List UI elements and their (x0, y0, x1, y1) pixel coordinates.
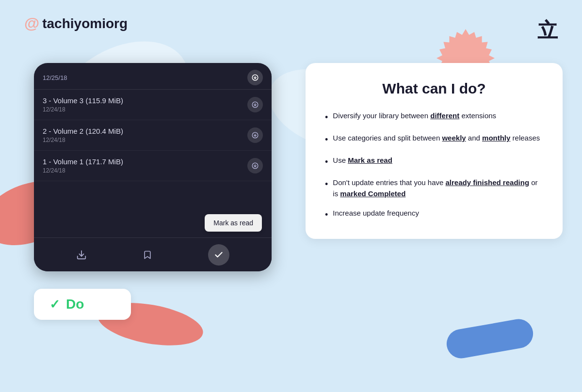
chapter-list: 3 - Volume 3 (115.9 MiB) 12/24/18 2 - Vo… (34, 90, 272, 181)
tachiyomi-logo-icon: 立 (537, 17, 558, 44)
chapter-download-button[interactable] (247, 97, 263, 112)
mark-as-read-label: Mark as read (213, 219, 253, 227)
chapter-info: 1 - Volume 1 (171.7 MiB) 12/24/18 (43, 157, 123, 174)
bullet-text: Use Mark as read (333, 155, 543, 166)
phone-header: 12/25/18 (34, 63, 272, 90)
bullet-list: • Diversify your library between differe… (325, 110, 543, 221)
keyword-weekly: weekly (442, 134, 466, 142)
bullet-text: Don't update entries that you have alrea… (333, 177, 543, 199)
do-check-icon: ✓ (49, 297, 60, 312)
chapter-date: 12/24/18 (43, 137, 123, 143)
keyword-marked-completed: marked Completed (340, 189, 405, 198)
chapter-item[interactable]: 1 - Volume 1 (171.7 MiB) 12/24/18 (34, 151, 272, 181)
do-label: Do (66, 297, 84, 312)
chapter-name: 2 - Volume 2 (120.4 MiB) (43, 127, 123, 135)
chapter-date: 12/24/18 (43, 167, 123, 174)
right-panel: What can I do? • Diversify your library … (306, 63, 563, 239)
chapter-date: 12/24/18 (43, 106, 123, 113)
chapter-download-button[interactable] (247, 158, 263, 173)
mark-as-read-tooltip[interactable]: Mark as read (205, 214, 262, 232)
bullet-dot: • (325, 178, 328, 191)
left-panel: 12/25/18 3 - Volume 3 (115.9 MiB) 12/24/… (24, 63, 281, 334)
bullet-item-1: • Diversify your library between differe… (325, 110, 543, 124)
bullet-dot: • (325, 156, 328, 169)
bullet-text: Diversify your library between different… (333, 110, 543, 122)
keyword-different: different (430, 111, 459, 120)
bullet-dot: • (325, 111, 328, 124)
chapter-info: 2 - Volume 2 (120.4 MiB) 12/24/18 (43, 127, 123, 143)
toolbar-check-button[interactable] (208, 244, 229, 266)
right-panel-title: What can I do? (325, 80, 543, 97)
bullet-text: Increase update frequency (333, 208, 543, 219)
header-download-button[interactable] (247, 70, 263, 85)
phone-toolbar (34, 237, 272, 271)
brand-name: tachiyomiorg (42, 16, 128, 31)
keyword-already-finished: already finished reading (446, 178, 530, 187)
phone-header-date: 12/25/18 (43, 74, 67, 81)
chapter-item[interactable]: 2 - Volume 2 (120.4 MiB) 12/24/18 (34, 120, 272, 151)
phone-mockup: 12/25/18 3 - Volume 3 (115.9 MiB) 12/24/… (34, 63, 272, 271)
toolbar-bookmark-icon[interactable] (143, 250, 152, 260)
chapter-download-button[interactable] (247, 127, 263, 143)
brand-header: @ tachiyomiorg (24, 15, 128, 32)
bullet-dot: • (325, 208, 328, 221)
at-symbol: @ (24, 15, 39, 32)
bullet-item-3: • Use Mark as read (325, 155, 543, 169)
decorative-blue-bottom-right (444, 317, 535, 361)
bullet-text: Use categories and split between weekly … (333, 133, 543, 144)
bullet-dot: • (325, 133, 328, 146)
bullet-item-2: • Use categories and split between weekl… (325, 133, 543, 146)
bullet-item-5: • Increase update frequency (325, 208, 543, 221)
chapter-name: 1 - Volume 1 (171.7 MiB) (43, 157, 123, 166)
chapter-name: 3 - Volume 3 (115.9 MiB) (43, 96, 123, 105)
keyword-monthly: monthly (482, 134, 510, 142)
keyword-mark-as-read: Mark as read (348, 156, 392, 164)
chapter-info: 3 - Volume 3 (115.9 MiB) 12/24/18 (43, 96, 123, 113)
toolbar-download-icon[interactable] (76, 250, 87, 260)
bullet-item-4: • Don't update entries that you have alr… (325, 177, 543, 199)
do-badge: ✓ Do (34, 289, 131, 320)
chapter-item[interactable]: 3 - Volume 3 (115.9 MiB) 12/24/18 (34, 90, 272, 120)
